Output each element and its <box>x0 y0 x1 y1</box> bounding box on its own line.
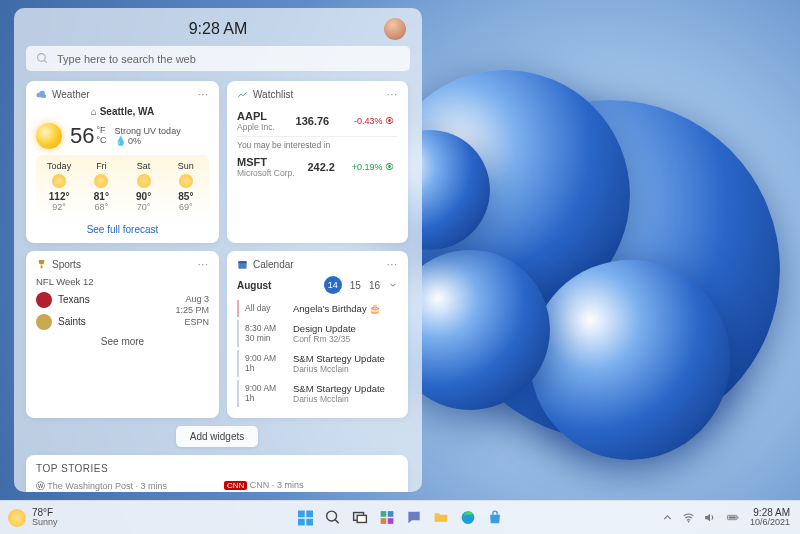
store-button[interactable] <box>485 508 505 528</box>
event-title: S&M Startegy Update <box>293 383 385 394</box>
svg-rect-4 <box>298 510 305 517</box>
search-input[interactable]: Type here to search the web <box>26 46 410 71</box>
search-icon <box>36 52 49 65</box>
taskbar-clock[interactable]: 9:28 AM 10/6/2021 <box>750 507 790 528</box>
svg-rect-13 <box>387 511 393 517</box>
event-time: 9:00 AM <box>245 383 287 393</box>
sun-icon <box>8 509 26 527</box>
svg-rect-3 <box>238 261 246 263</box>
chat-button[interactable] <box>404 508 424 528</box>
calendar-card[interactable]: Calendar ··· August 14 15 16 All dayAnge… <box>227 251 408 418</box>
game-meta: Aug 3 1:25 PM ESPN <box>175 294 209 328</box>
forecast-hi: 85° <box>165 191 207 202</box>
see-forecast-link[interactable]: See full forecast <box>36 224 209 235</box>
event-sub: Darius Mcclain <box>293 364 385 374</box>
watchlist-more-icon[interactable]: ··· <box>387 89 398 100</box>
widgets-button[interactable] <box>377 508 397 528</box>
event-title: S&M Startegy Update <box>293 353 385 364</box>
avatar[interactable] <box>384 18 406 40</box>
taskbar-weather[interactable]: 78°F Sunny <box>0 508 58 527</box>
edge-button[interactable] <box>458 508 478 528</box>
news-source: CNN <box>250 480 270 490</box>
svg-rect-20 <box>729 516 736 518</box>
wifi-icon[interactable] <box>682 511 695 524</box>
calendar-month: August <box>237 280 271 291</box>
task-view-button[interactable] <box>350 508 370 528</box>
event-sub: Darius Mcclain <box>293 394 385 404</box>
forecast-lo: 68° <box>80 202 122 212</box>
calendar-selected-day[interactable]: 14 <box>324 276 342 294</box>
explorer-button[interactable] <box>431 508 451 528</box>
team-icon <box>36 292 52 308</box>
stock-change: -0.43% <box>354 116 383 126</box>
calendar-day[interactable]: 15 <box>350 280 361 291</box>
volume-icon[interactable] <box>703 511 716 524</box>
stock-name: Apple Inc. <box>237 122 275 132</box>
stock-row[interactable]: MSFTMicrosoft Corp. 242.2 +0.19% ⦿ <box>237 152 398 182</box>
calendar-day[interactable]: 16 <box>369 280 380 291</box>
event-time: All day <box>245 303 287 314</box>
stock-row[interactable]: AAPLApple Inc. 136.76 -0.43% ⦿ <box>237 106 398 137</box>
cloud-icon <box>36 89 47 100</box>
news-source: The Washington Post <box>47 481 133 491</box>
taskbar-cond: Sunny <box>32 518 58 527</box>
event-title: Angela's Birthday 🎂 <box>293 303 381 314</box>
forecast-hi: 81° <box>80 191 122 202</box>
forecast-lo: 92° <box>38 202 80 212</box>
svg-line-9 <box>335 520 339 524</box>
forecast-hi: 90° <box>123 191 165 202</box>
sun-icon <box>36 123 62 149</box>
panel-clock: 9:28 AM <box>52 20 384 38</box>
sports-label: Sports <box>52 259 81 270</box>
sports-card[interactable]: Sports ··· NFL Week 12 Texans Saints Aug… <box>26 251 219 418</box>
svg-rect-11 <box>357 515 366 522</box>
weather-card[interactable]: Weather ··· ⌂ Seattle, WA 56°F°C Strong … <box>26 81 219 243</box>
svg-point-17 <box>688 521 690 523</box>
svg-rect-6 <box>298 518 305 525</box>
search-button[interactable] <box>323 508 343 528</box>
taskbar: 78°F Sunny 9:28 AM 10/6/2021 <box>0 500 800 534</box>
forecast-day: Today <box>38 161 80 171</box>
see-more-sports-link[interactable]: See more <box>36 336 209 347</box>
watchlist-label: Watchlist <box>253 89 293 100</box>
search-placeholder: Type here to search the web <box>57 53 196 65</box>
weather-precip: 0% <box>128 136 141 146</box>
calendar-event[interactable]: All dayAngela's Birthday 🎂 <box>237 300 398 317</box>
weather-more-icon[interactable]: ··· <box>198 89 209 100</box>
event-dur: 1h <box>245 363 287 373</box>
svg-line-1 <box>44 60 47 63</box>
calendar-event[interactable]: 8:30 AM30 minDesign UpdateConf Rm 32/35 <box>237 320 398 347</box>
add-widgets-button[interactable]: Add widgets <box>176 426 258 447</box>
sports-more-icon[interactable]: ··· <box>198 259 209 270</box>
news-card[interactable]: TOP STORIES ⓦ The Washington Post · 3 mi… <box>26 455 408 492</box>
news-item[interactable]: CNN CNN · 3 mins Hundreds in Hong Kong p… <box>224 480 398 492</box>
unit-c[interactable]: °C <box>96 136 106 146</box>
news-ago: 3 mins <box>141 481 168 491</box>
start-button[interactable] <box>296 508 316 528</box>
event-dur: 30 min <box>245 333 287 343</box>
sports-subtitle: NFL Week 12 <box>36 276 209 287</box>
watchlist-card[interactable]: Watchlist ··· AAPLApple Inc. 136.76 -0.4… <box>227 81 408 243</box>
weather-location: Seattle, WA <box>100 106 154 117</box>
forecast-day: Sat <box>123 161 165 171</box>
news-item[interactable]: ⓦ The Washington Post · 3 mins Canada va… <box>36 480 210 492</box>
chart-icon <box>237 89 248 100</box>
stock-change: +0.19% <box>352 162 383 172</box>
chevron-down-icon[interactable] <box>388 280 398 290</box>
team-name: Texans <box>58 294 90 305</box>
calendar-event[interactable]: 9:00 AM1hS&M Startegy UpdateDarius Mccla… <box>237 380 398 407</box>
stock-symbol: AAPL <box>237 110 275 122</box>
battery-icon[interactable] <box>724 511 742 524</box>
calendar-event[interactable]: 9:00 AM1hS&M Startegy UpdateDarius Mccla… <box>237 350 398 377</box>
weather-label: Weather <box>52 89 90 100</box>
forecast-row: Today112°92° Fri81°68° Sat90°70° Sun85°6… <box>36 155 209 218</box>
event-time: 9:00 AM <box>245 353 287 363</box>
svg-point-0 <box>38 54 46 62</box>
weather-temp: 56 <box>70 123 94 149</box>
event-dur: 1h <box>245 393 287 403</box>
calendar-icon <box>237 259 248 270</box>
chevron-up-icon[interactable] <box>661 511 674 524</box>
taskbar-date: 10/6/2021 <box>750 518 790 528</box>
svg-rect-7 <box>306 518 313 525</box>
calendar-more-icon[interactable]: ··· <box>387 259 398 270</box>
